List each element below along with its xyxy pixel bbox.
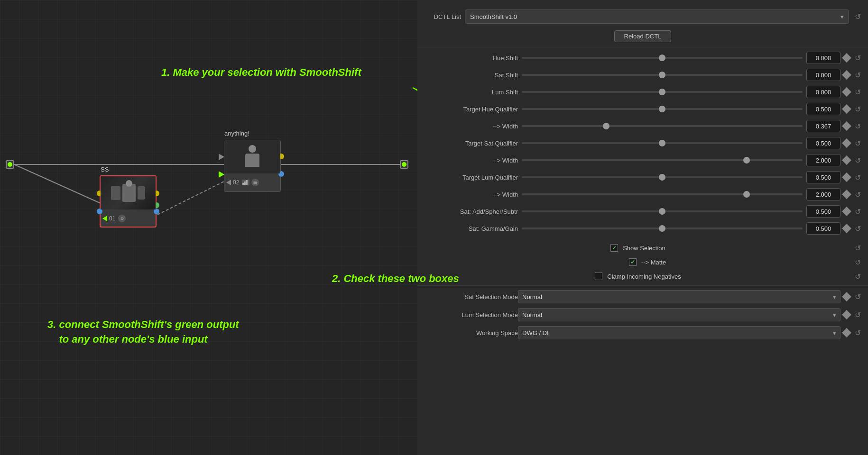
checkbox-row-2: Clamp Incoming Negatives ↺ — [417, 269, 868, 283]
param-reset-4[interactable]: ↺ — [853, 121, 862, 131]
param-value-3[interactable]: 0.500 — [806, 103, 840, 115]
checkbox-0[interactable] — [610, 244, 618, 252]
param-value-8[interactable]: 2.000 — [806, 188, 840, 200]
dropdown-diamond-1[interactable] — [842, 310, 851, 319]
param-row-10: Sat: Gamma/Gain 0.500 ↺ — [417, 220, 868, 237]
param-diamond-5[interactable] — [842, 138, 851, 148]
param-value-7[interactable]: 0.500 — [806, 171, 840, 183]
dropdown-row-2: Working Space DWG / DI ▾ ↺ — [417, 324, 868, 342]
param-value-6[interactable]: 2.000 — [806, 154, 840, 166]
param-slider-4[interactable] — [522, 125, 803, 127]
right-panel: DCTL List SmoothShift v1.0 ▾ ↺ Reload DC… — [417, 0, 868, 455]
param-diamond-1[interactable] — [842, 70, 851, 80]
param-slider-10[interactable] — [522, 228, 803, 229]
ss-fx-icon: ⚙ — [118, 215, 126, 222]
param-value-10[interactable]: 0.500 — [806, 222, 840, 235]
dropdown-reset-0[interactable]: ↺ — [853, 292, 862, 301]
param-slider-5[interactable] — [522, 142, 803, 144]
param-reset-1[interactable]: ↺ — [853, 70, 862, 80]
param-diamond-4[interactable] — [842, 121, 851, 131]
param-row-9: Sat: Add/Spher/Subtr 0.500 ↺ — [417, 203, 868, 220]
slider-track-2 — [522, 91, 803, 93]
slider-thumb-9 — [659, 208, 665, 215]
divider-mid — [417, 285, 868, 286]
dctl-dropdown[interactable]: SmoothShift v1.0 ▾ — [465, 9, 849, 24]
param-slider-9[interactable] — [522, 210, 803, 212]
param-diamond-3[interactable] — [842, 104, 851, 114]
checkbox-reset-2[interactable]: ↺ — [853, 272, 862, 281]
dropdown-1[interactable]: Normal ▾ — [518, 308, 840, 321]
param-value-0[interactable]: 0.000 — [806, 52, 840, 64]
checkbox-reset-1[interactable]: ↺ — [853, 257, 862, 267]
ss-footer: 01 ⚙ — [101, 209, 156, 228]
param-slider-3[interactable] — [522, 108, 803, 110]
node-ss[interactable]: SS 01 ⚙ — [100, 175, 157, 228]
param-slider-7[interactable] — [522, 176, 803, 178]
params-container: Hue Shift 0.000 ↺ Sat Shift 0.000 ↺ Lum … — [417, 49, 868, 237]
param-slider-6[interactable] — [522, 159, 803, 161]
slider-track-8 — [522, 193, 803, 195]
dropdown-value-1: Normal — [522, 311, 542, 318]
param-reset-2[interactable]: ↺ — [853, 87, 862, 97]
anything-footer: 02 ▤ — [224, 173, 280, 191]
dropdown-reset-2[interactable]: ↺ — [853, 328, 862, 337]
param-reset-6[interactable]: ↺ — [853, 155, 862, 165]
param-reset-0[interactable]: ↺ — [853, 53, 862, 63]
param-label-2: Lum Shift — [423, 89, 518, 96]
checkbox-label-2: Clamp Incoming Negatives — [607, 273, 681, 280]
param-slider-2[interactable] — [522, 91, 803, 93]
param-reset-3[interactable]: ↺ — [853, 104, 862, 114]
param-reset-9[interactable]: ↺ — [853, 207, 862, 216]
param-value-4[interactable]: 0.367 — [806, 120, 840, 132]
param-reset-5[interactable]: ↺ — [853, 138, 862, 148]
param-slider-8[interactable] — [522, 193, 803, 195]
param-label-8: --> Width — [423, 191, 518, 198]
slider-thumb-5 — [659, 140, 665, 146]
dropdown-row-1: Lum Selection Mode Normal ▾ ↺ — [417, 306, 868, 324]
param-row-2: Lum Shift 0.000 ↺ — [417, 83, 868, 100]
param-reset-7[interactable]: ↺ — [853, 173, 862, 182]
param-diamond-0[interactable] — [842, 53, 851, 63]
dctl-reset-btn[interactable]: ↺ — [853, 12, 862, 21]
checkbox-1[interactable] — [629, 258, 637, 266]
slider-track-10 — [522, 228, 803, 229]
param-value-1[interactable]: 0.000 — [806, 69, 840, 81]
dropdown-reset-1[interactable]: ↺ — [853, 310, 862, 319]
param-value-9[interactable]: 0.500 — [806, 205, 840, 218]
param-value-2[interactable]: 0.000 — [806, 86, 840, 98]
node-anything[interactable]: anything! 02 ▤ — [224, 140, 281, 192]
param-slider-0[interactable] — [522, 57, 803, 59]
dropdown-diamond-2[interactable] — [842, 328, 851, 337]
slider-thumb-1 — [659, 72, 665, 78]
checkbox-label-1: --> Matte — [641, 259, 666, 266]
param-label-6: --> Width — [423, 157, 518, 164]
dropdown-row-0: Sat Selection Mode Normal ▾ ↺ — [417, 288, 868, 306]
param-slider-1[interactable] — [522, 74, 803, 76]
dropdown-label-2: Working Space — [423, 329, 518, 337]
param-diamond-10[interactable] — [842, 224, 851, 233]
dropdown-diamond-0[interactable] — [842, 292, 851, 301]
dropdown-label-0: Sat Selection Mode — [423, 293, 518, 300]
param-diamond-2[interactable] — [842, 87, 851, 97]
dropdown-2[interactable]: DWG / DI ▾ — [518, 326, 840, 339]
checkbox-2[interactable] — [595, 273, 602, 280]
anything-port-input-green — [219, 171, 224, 178]
slider-thumb-6 — [743, 157, 750, 164]
anything-bar-icon — [242, 180, 249, 185]
dropdowns-container: Sat Selection Mode Normal ▾ ↺ Lum Select… — [417, 288, 868, 342]
reload-row: Reload DCTL — [417, 27, 868, 45]
param-value-5[interactable]: 0.500 — [806, 137, 840, 149]
param-diamond-9[interactable] — [842, 207, 851, 216]
param-diamond-7[interactable] — [842, 173, 851, 182]
param-reset-8[interactable]: ↺ — [853, 190, 862, 199]
param-diamond-8[interactable] — [842, 190, 851, 199]
dropdown-0[interactable]: Normal ▾ — [518, 290, 840, 303]
checkbox-reset-0[interactable]: ↺ — [853, 243, 862, 253]
param-reset-10[interactable]: ↺ — [853, 224, 862, 233]
checkbox-label-0: Show Selection — [623, 245, 665, 252]
param-diamond-6[interactable] — [842, 155, 851, 165]
param-row-0: Hue Shift 0.000 ↺ — [417, 49, 868, 66]
reload-dctl-button[interactable]: Reload DCTL — [614, 30, 672, 42]
left-edge-node — [6, 160, 14, 169]
slider-track-3 — [522, 108, 803, 110]
